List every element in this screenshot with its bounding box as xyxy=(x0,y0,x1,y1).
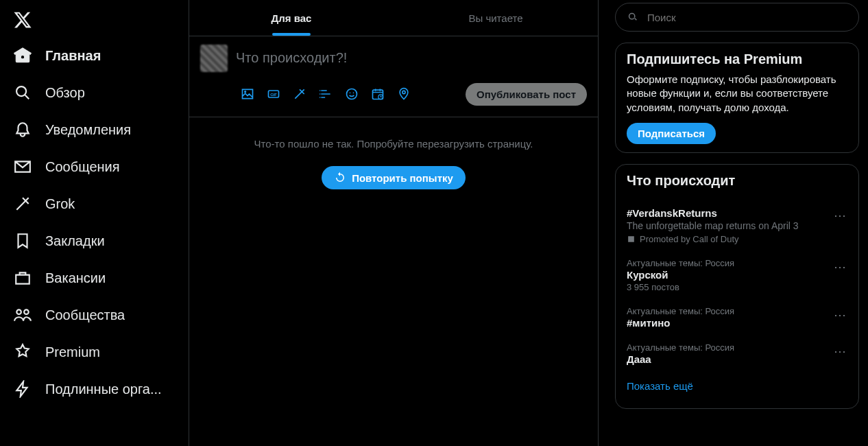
svg-point-7 xyxy=(353,93,354,94)
nav-verified-orgs[interactable]: Подлинные орга... xyxy=(5,372,183,406)
nav-label: Вакансии xyxy=(45,270,106,286)
refresh-icon xyxy=(334,172,346,184)
nav-bookmarks[interactable]: Закладки xyxy=(5,224,183,258)
post-button[interactable]: Опубликовать пост xyxy=(466,83,587,106)
nav-label: Сообщения xyxy=(45,159,120,175)
trend-title: Курской xyxy=(627,269,847,281)
trend-title: #VerdanskReturns xyxy=(627,207,847,219)
more-icon[interactable]: ⋯ xyxy=(830,305,850,325)
gif-icon[interactable]: GIF xyxy=(262,82,285,106)
subscribe-button[interactable]: Подписаться xyxy=(627,123,716,144)
grok-compose-icon[interactable] xyxy=(288,82,311,106)
trend-title: Дааа xyxy=(627,353,847,365)
nav-notifications[interactable]: Уведомления xyxy=(5,113,183,147)
tab-for-you[interactable]: Для вас xyxy=(189,0,394,36)
more-icon[interactable]: ⋯ xyxy=(830,341,850,362)
trend-item[interactable]: Актуальные темы: Россия Дааа ⋯ xyxy=(616,336,858,372)
nav-label: Premium xyxy=(45,344,100,360)
x-logo[interactable] xyxy=(5,3,40,37)
bell-icon xyxy=(14,121,32,139)
svg-point-5 xyxy=(347,89,357,99)
nav-label: Обзор xyxy=(45,85,85,101)
retry-label: Повторить попытку xyxy=(352,172,453,184)
poll-icon[interactable] xyxy=(314,82,337,106)
avatar[interactable] xyxy=(200,45,228,72)
more-icon[interactable]: ⋯ xyxy=(830,205,850,226)
timeline-error: Что-то пошло не так. Попробуйте перезагр… xyxy=(189,117,598,210)
briefcase-icon xyxy=(14,269,32,287)
home-icon xyxy=(14,47,32,64)
nav-label: Сообщества xyxy=(45,307,125,323)
lightning-icon xyxy=(14,380,32,398)
svg-point-4 xyxy=(320,97,321,98)
trend-context: Актуальные темы: Россия xyxy=(627,342,847,353)
compose-toolbar: GIF xyxy=(236,82,415,106)
trend-promoted: Promoted by Call of Duty xyxy=(640,234,739,244)
search-icon xyxy=(14,84,32,102)
nav-messages[interactable]: Сообщения xyxy=(5,150,183,184)
main-column: Для вас Вы читаете Что происходит?! GIF … xyxy=(189,0,599,446)
show-more-link[interactable]: Показать ещё xyxy=(616,372,858,400)
svg-point-6 xyxy=(350,93,351,94)
premium-icon xyxy=(14,343,32,361)
premium-title: Подпишитесь на Premium xyxy=(627,51,847,67)
mail-icon xyxy=(14,158,32,176)
svg-point-3 xyxy=(320,93,321,95)
tab-label: Для вас xyxy=(272,12,312,24)
nav-label: Главная xyxy=(45,48,101,64)
nav-label: Подлинные орга... xyxy=(45,382,162,397)
communities-icon xyxy=(14,306,32,324)
nav-label: Grok xyxy=(45,196,75,212)
svg-point-10 xyxy=(402,91,405,93)
nav-explore[interactable]: Обзор xyxy=(5,75,183,110)
premium-body: Оформите подписку, чтобы разблокировать … xyxy=(627,73,847,115)
timeline-tabs: Для вас Вы читаете xyxy=(189,0,598,36)
nav-home[interactable]: Главная xyxy=(5,38,183,73)
trend-item[interactable]: Актуальные темы: Россия #митино ⋯ xyxy=(616,299,858,336)
search-icon xyxy=(627,11,639,23)
emoji-icon[interactable] xyxy=(340,82,363,106)
sidebar: Главная Обзор Уведомления Сообщения Grok… xyxy=(0,0,189,446)
more-icon[interactable]: ⋯ xyxy=(830,257,850,277)
media-icon[interactable] xyxy=(236,82,259,106)
error-message: Что-то пошло не так. Попробуйте перезагр… xyxy=(200,138,587,150)
nav-label: Закладки xyxy=(45,233,105,249)
nav-grok[interactable]: Grok xyxy=(5,187,183,221)
compose-input[interactable]: Что происходит?! xyxy=(236,45,587,82)
trends-card: Что происходит #VerdanskReturns The unfo… xyxy=(615,164,859,409)
trend-title: #митино xyxy=(627,317,847,329)
tab-label: Вы читаете xyxy=(468,12,522,24)
premium-card: Подпишитесь на Premium Оформите подписку… xyxy=(615,43,859,153)
trend-context: Актуальные темы: Россия xyxy=(627,258,847,268)
location-icon[interactable] xyxy=(392,82,415,106)
nav-communities[interactable]: Сообщества xyxy=(5,298,183,332)
promoted-icon xyxy=(627,235,636,244)
trends-title: Что происходит xyxy=(616,170,858,194)
retry-button[interactable]: Повторить попытку xyxy=(322,166,466,189)
svg-point-2 xyxy=(320,90,321,91)
bookmark-icon xyxy=(14,232,32,250)
schedule-icon[interactable] xyxy=(366,82,389,106)
right-column: Подпишитесь на Premium Оформите подписку… xyxy=(599,0,859,446)
nav-premium[interactable]: Premium xyxy=(5,335,183,369)
trend-count: 3 955 постов xyxy=(627,282,847,292)
nav-label: Уведомления xyxy=(45,122,131,138)
tab-following[interactable]: Вы читаете xyxy=(394,0,598,36)
trend-item[interactable]: Актуальные темы: Россия Курской 3 955 по… xyxy=(616,251,858,299)
nav-jobs[interactable]: Вакансии xyxy=(5,261,183,295)
svg-text:GIF: GIF xyxy=(270,93,277,97)
grok-icon xyxy=(14,195,32,213)
search-input[interactable] xyxy=(647,12,847,23)
trend-item[interactable]: #VerdanskReturns The unforgettable map r… xyxy=(616,200,858,251)
compose-box: Что происходит?! GIF Опубликовать пост xyxy=(189,36,598,117)
trend-subtitle: The unforgettable map returns on April 3 xyxy=(627,220,847,231)
search-box[interactable] xyxy=(615,3,859,32)
trend-context: Актуальные темы: Россия xyxy=(627,306,847,316)
